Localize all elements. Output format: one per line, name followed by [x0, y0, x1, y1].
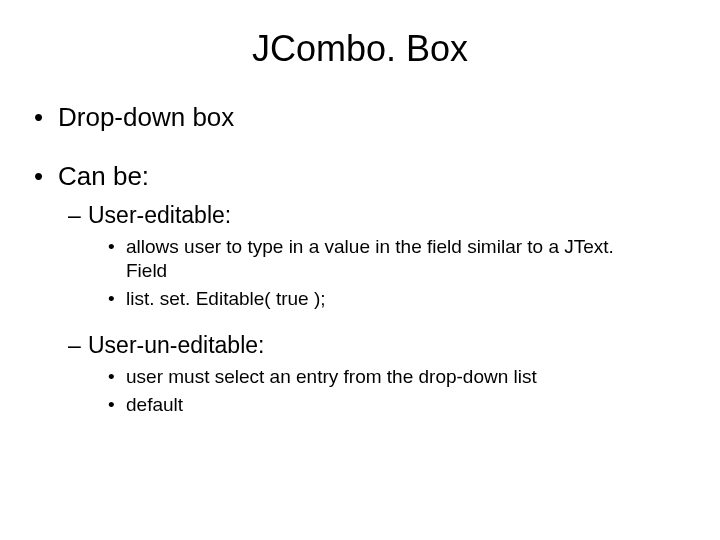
bullet-text: User-editable:	[88, 202, 231, 228]
slide-title: JCombo. Box	[40, 28, 680, 70]
bullet-text: allows user to type in a value in the fi…	[126, 235, 646, 283]
bullet-list-level3: user must select an entry from the drop-…	[108, 365, 680, 417]
bullet-text: Can be:	[58, 161, 149, 191]
bullet-must-select: user must select an entry from the drop-…	[108, 365, 680, 389]
bullet-allows-type: allows user to type in a value in the fi…	[108, 235, 680, 283]
bullet-user-editable: User-editable: allows user to type in a …	[68, 202, 680, 310]
slide: JCombo. Box Drop-down box Can be: User-e…	[0, 0, 720, 465]
bullet-list-level3: allows user to type in a value in the fi…	[108, 235, 680, 310]
bullet-text: Drop-down box	[58, 102, 234, 132]
bullet-text: default	[126, 393, 183, 417]
bullet-can-be: Can be: User-editable: allows user to ty…	[40, 161, 680, 417]
bullet-text: User-un-editable:	[88, 332, 264, 358]
bullet-user-uneditable: User-un-editable: user must select an en…	[68, 332, 680, 417]
bullet-dropdown-box: Drop-down box	[40, 102, 680, 133]
bullet-list-level1: Drop-down box Can be: User-editable: all…	[40, 102, 680, 417]
bullet-default: default	[108, 393, 680, 417]
bullet-list-level2: User-editable: allows user to type in a …	[68, 202, 680, 417]
bullet-text: user must select an entry from the drop-…	[126, 365, 537, 389]
bullet-set-editable: list. set. Editable( true );	[108, 287, 680, 311]
bullet-text: list. set. Editable( true );	[126, 287, 326, 311]
